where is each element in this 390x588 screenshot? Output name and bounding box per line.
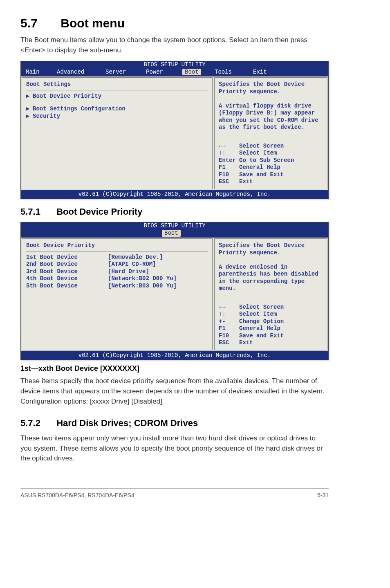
- menu-server: Server: [105, 69, 126, 75]
- item-value: [Network:B02 D00 Yu]: [108, 275, 177, 283]
- page-footer: ASUS RS700DA-E6/PS4, RS704DA-E6/PS4 5-31: [20, 488, 329, 498]
- arrow-icon: ▶: [26, 113, 33, 120]
- section-number: 5.7: [20, 16, 57, 30]
- subsection-title: Hard Disk Drives; CDROM Drives: [56, 418, 198, 428]
- item-label: 2nd Boot Device: [26, 261, 108, 268]
- menu-main: Main: [26, 69, 40, 75]
- item-label: 4th Boot Device: [26, 275, 108, 283]
- bios-copyright: v02.61 (C)Copyright 1985-2010, American …: [21, 190, 328, 199]
- bios-title-bar: BIOS SETUP UTILITY: [21, 222, 328, 230]
- bios-screenshot-1: BIOS SETUP UTILITY Main Advanced Server …: [20, 61, 329, 199]
- bios-screenshot-2: BIOS SETUP UTILITY Boot Boot Device Prio…: [20, 222, 329, 360]
- panel-heading: Boot Device Priority: [26, 242, 208, 251]
- bios-left-panel: Boot Settings ▶ Boot Device Priority ▶ B…: [22, 77, 213, 189]
- nav-hints: ←→Select Screen ↑↓Select Item +-Change O…: [219, 304, 323, 347]
- item-value: [Removable Dev.]: [108, 254, 163, 261]
- item-value: [Network:B03 D00 Yu]: [108, 283, 177, 290]
- item-label: 1st Boot Device: [26, 254, 108, 261]
- section-title-text: Boot menu: [61, 16, 125, 30]
- menu-power: Power: [146, 69, 163, 75]
- nav-hints: ←→Select Screen ↑↓Select Item EnterGo to…: [219, 143, 323, 186]
- item-label: 3rd Boot Device: [26, 268, 108, 276]
- arrow-icon: ▶: [26, 93, 33, 100]
- menu-boot-active: Boot: [162, 230, 181, 237]
- bios-right-panel: Specifies the Boot Device Priority seque…: [214, 77, 327, 189]
- menu-exit: Exit: [253, 69, 267, 75]
- subsection-heading: 5.7.1 Boot Device Priority: [20, 206, 329, 217]
- list-item: 4th Boot Device [Network:B02 D00 Yu]: [26, 275, 208, 283]
- list-item: 2nd Boot Device [ATAPI CD-ROM]: [26, 261, 208, 268]
- subsection-number: 5.7.1: [20, 206, 54, 217]
- list-item: ▶ Security: [26, 113, 208, 120]
- item-label: Boot Device Priority: [33, 93, 114, 100]
- setting-heading: 1st—xxth Boot Device [XXXXXXX]: [20, 364, 329, 373]
- menu-boot-active: Boot: [182, 69, 201, 75]
- bios-copyright: v02.61 (C)Copyright 1985-2010, American …: [21, 351, 328, 360]
- subsection-body: These two items appear only when you ins…: [20, 433, 329, 464]
- item-label: Security: [33, 113, 114, 120]
- footer-left: ASUS RS700DA-E6/PS4, RS704DA-E6/PS4: [20, 492, 134, 498]
- item-value: [ATAPI CD-ROM]: [108, 261, 156, 268]
- list-item: ▶ Boot Settings Configuration: [26, 105, 208, 113]
- subsection-number: 5.7.2: [20, 418, 54, 429]
- list-item: 1st Boot Device [Removable Dev.]: [26, 254, 208, 261]
- bios-menu-bar: Main Advanced Server Power Boot Tools Ex…: [21, 69, 328, 77]
- list-item: 5th Boot Device [Network:B03 D00 Yu]: [26, 283, 208, 290]
- help-text: Specifies the Boot Device Priority seque…: [219, 81, 323, 131]
- intro-paragraph: The Boot menu items allow you to change …: [20, 35, 329, 55]
- setting-body: These items specify the boot device prio…: [20, 376, 329, 406]
- bios-title-bar: BIOS SETUP UTILITY: [21, 61, 328, 69]
- panel-heading: Boot Settings: [26, 81, 208, 90]
- arrow-icon: ▶: [26, 105, 33, 113]
- list-item: ▶ Boot Device Priority: [26, 93, 208, 100]
- help-text: Specifies the Boot Device Priority seque…: [219, 242, 323, 292]
- item-value: [Hard Drive]: [108, 268, 149, 276]
- bios-right-panel: Specifies the Boot Device Priority seque…: [214, 238, 327, 350]
- item-label: 5th Boot Device: [26, 283, 108, 290]
- bios-left-panel: Boot Device Priority 1st Boot Device [Re…: [22, 238, 213, 350]
- subsection-heading: 5.7.2 Hard Disk Drives; CDROM Drives: [20, 418, 329, 429]
- subsection-title: Boot Device Priority: [56, 206, 142, 217]
- section-heading: 5.7 Boot menu: [20, 16, 329, 30]
- menu-tools: Tools: [215, 69, 232, 75]
- list-item: 3rd Boot Device [Hard Drive]: [26, 268, 208, 276]
- footer-right: 5-31: [317, 492, 329, 498]
- menu-advanced: Advanced: [57, 69, 84, 75]
- item-label: Boot Settings Configuration: [33, 105, 208, 113]
- bios-menu-bar: Boot: [21, 230, 328, 238]
